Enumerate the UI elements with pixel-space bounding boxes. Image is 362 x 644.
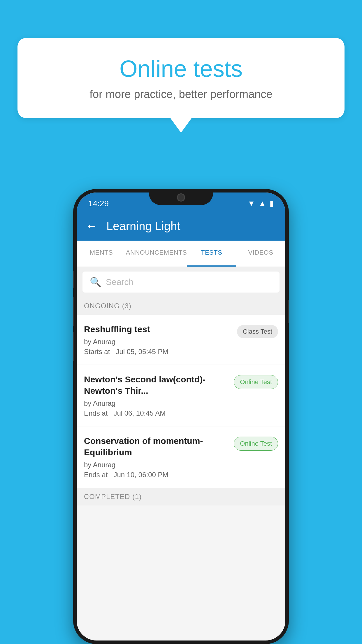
- status-time: 14:29: [88, 199, 109, 208]
- battery-icon: ▮: [270, 199, 274, 208]
- bubble-title: Online tests: [41, 55, 321, 82]
- ongoing-section-header: ONGOING (3): [77, 297, 285, 315]
- volume-up-button: [73, 297, 74, 326]
- time-label-reshuffling: Starts at: [84, 348, 110, 356]
- badge-reshuffling: Class Test: [237, 325, 278, 338]
- badge-newton: Online Test: [234, 375, 278, 389]
- test-author-reshuffling: by Anurag: [84, 338, 231, 346]
- test-item-conservation[interactable]: Conservation of momentum-Equilibrium by …: [77, 426, 285, 488]
- app-bar: ← Learning Light: [77, 211, 285, 241]
- volume-silent-button: [73, 271, 74, 288]
- test-info-conservation: Conservation of momentum-Equilibrium by …: [84, 435, 228, 479]
- tab-announcements[interactable]: ANNOUNCEMENTS: [126, 241, 187, 267]
- test-list: Reshuffling test by Anurag Starts at Jul…: [77, 315, 285, 488]
- tab-tests[interactable]: TESTS: [187, 241, 236, 267]
- phone-notch: [149, 189, 213, 205]
- time-value-reshuffling: Jul 05, 05:45 PM: [116, 348, 168, 356]
- speech-bubble: Online tests for more practice, better p…: [17, 38, 345, 118]
- test-time-newton: Ends at Jul 06, 10:45 AM: [84, 409, 228, 417]
- test-item-newton[interactable]: Newton's Second law(contd)-Newton's Thir…: [77, 365, 285, 426]
- wifi-icon: ▼: [248, 199, 255, 208]
- signal-icon: ▲: [259, 199, 266, 208]
- completed-section-header: COMPLETED (1): [77, 488, 285, 505]
- time-value-newton: Jul 06, 10:45 AM: [113, 409, 166, 417]
- bubble-subtitle: for more practice, better performance: [41, 88, 321, 101]
- back-button[interactable]: ←: [85, 219, 98, 233]
- phone-camera: [177, 193, 185, 202]
- test-name-newton: Newton's Second law(contd)-Newton's Thir…: [84, 374, 228, 396]
- status-icons: ▼ ▲ ▮: [248, 199, 274, 208]
- tabs-bar: MENTS ANNOUNCEMENTS TESTS VIDEOS: [77, 241, 285, 267]
- test-name-reshuffling: Reshuffling test: [84, 323, 231, 335]
- test-info-reshuffling: Reshuffling test by Anurag Starts at Jul…: [84, 323, 231, 356]
- time-label-newton: Ends at: [84, 409, 108, 417]
- test-time-conservation: Ends at Jun 10, 06:00 PM: [84, 471, 228, 479]
- badge-conservation: Online Test: [234, 437, 278, 451]
- tab-videos[interactable]: VIDEOS: [236, 241, 285, 267]
- test-author-conservation: by Anurag: [84, 461, 228, 469]
- speech-bubble-container: Online tests for more practice, better p…: [17, 38, 345, 118]
- test-name-conservation: Conservation of momentum-Equilibrium: [84, 435, 228, 458]
- test-author-newton: by Anurag: [84, 399, 228, 407]
- power-button: [288, 300, 289, 323]
- phone-screen: 14:29 ▼ ▲ ▮ ← Learning Light MENTS ANNOU…: [77, 192, 285, 640]
- test-info-newton: Newton's Second law(contd)-Newton's Thir…: [84, 374, 228, 417]
- phone-frame: 14:29 ▼ ▲ ▮ ← Learning Light MENTS ANNOU…: [73, 189, 289, 644]
- time-label-conservation: Ends at: [84, 471, 108, 479]
- test-item-reshuffling[interactable]: Reshuffling test by Anurag Starts at Jul…: [77, 315, 285, 365]
- volume-down-button: [73, 332, 74, 361]
- search-bar[interactable]: 🔍 Search: [82, 272, 280, 293]
- search-placeholder: Search: [106, 277, 133, 287]
- search-container: 🔍 Search: [77, 267, 285, 297]
- time-value-conservation: Jun 10, 06:00 PM: [113, 471, 168, 479]
- tab-ments[interactable]: MENTS: [77, 241, 126, 267]
- search-icon: 🔍: [90, 276, 101, 288]
- phone-container: 14:29 ▼ ▲ ▮ ← Learning Light MENTS ANNOU…: [73, 189, 289, 644]
- app-bar-title: Learning Light: [106, 220, 180, 233]
- test-time-reshuffling: Starts at Jul 05, 05:45 PM: [84, 348, 231, 356]
